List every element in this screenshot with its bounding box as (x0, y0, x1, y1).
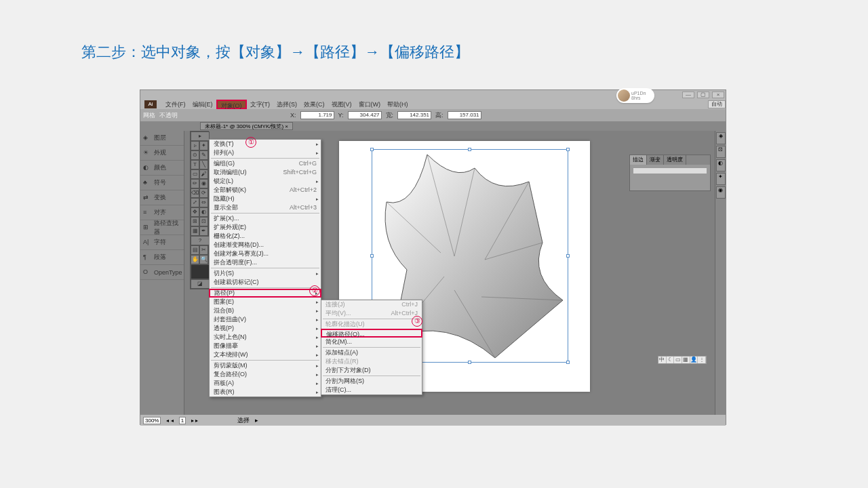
menu-item[interactable]: 创建渐变网格(D)... (210, 241, 321, 249)
menu-edit[interactable]: 编辑(E) (189, 100, 216, 109)
fill-stroke[interactable]: ■ (191, 264, 210, 279)
mt-3[interactable]: ▭ (674, 357, 682, 363)
menu-object[interactable]: 对象(O) (216, 100, 247, 109)
color-modes[interactable]: ◪ (191, 279, 210, 289)
tool-slice[interactable]: ✂ (199, 245, 208, 255)
panel-layers[interactable]: ◈图层 (140, 131, 184, 146)
menu-item[interactable]: 显示全部Alt+Ctrl+3 (210, 203, 321, 212)
panel-appearance[interactable]: ☀外观 (140, 146, 184, 161)
rail-btn-1[interactable]: ◈ (716, 132, 726, 144)
mt-2[interactable]: ☾ (667, 357, 675, 363)
rail-btn-5[interactable]: ◉ (716, 186, 726, 199)
submenu-item[interactable]: 连接(J)Ctrl+J (321, 300, 422, 309)
panel-transform[interactable]: ⇄变换 (140, 190, 184, 205)
submenu-item[interactable]: 平均(V)...Alt+Ctrl+J (321, 309, 422, 318)
menu-item[interactable]: 栅格化(Z)... (210, 232, 321, 241)
menu-select[interactable]: 选择(S) (273, 100, 300, 109)
page-num[interactable]: 1 (179, 417, 186, 424)
menu-item[interactable]: 剪切蒙版(M) (210, 361, 321, 370)
submenu-item[interactable]: 添加锚点(A) (321, 348, 422, 357)
menu-item[interactable]: 透视(P) (210, 324, 321, 333)
menu-item[interactable]: 图案(E) (210, 298, 321, 306)
menu-item[interactable]: 创建裁切标记(C) (210, 278, 321, 287)
menu-item[interactable]: 扩展(X)... (210, 214, 321, 223)
menu-item[interactable]: 图像描摹 (210, 342, 321, 350)
menu-item[interactable]: 锁定(L) (210, 177, 321, 186)
menu-item[interactable]: 切片(S) (210, 269, 321, 278)
mt-6[interactable]: ⋮ (698, 357, 706, 363)
submenu-item[interactable]: 偏移路径(O)... (321, 329, 422, 338)
tool-misc[interactable]: ? (191, 236, 210, 245)
tool-eyedrop[interactable]: ✒ (199, 226, 208, 236)
submenu-item[interactable]: 分割为网格(S) (321, 377, 422, 386)
menu-view[interactable]: 视图(V) (328, 100, 355, 109)
menu-item[interactable]: 扩展外观(E) (210, 223, 321, 232)
tool-brush[interactable]: 🖌 (199, 169, 208, 179)
tool-rotate[interactable]: ⟳ (199, 188, 208, 198)
tool-wand[interactable]: ✦ (199, 141, 208, 150)
minimize-button[interactable]: — (682, 92, 694, 98)
panel-opentype[interactable]: OOpenType (140, 265, 184, 280)
tool-zoom[interactable]: 🔍 (199, 255, 208, 264)
tool-mesh[interactable]: ⊡ (199, 217, 208, 226)
tool-persp[interactable]: ⊞ (191, 217, 199, 226)
panel-color[interactable]: ◐颜色 (140, 161, 184, 176)
rail-btn-4[interactable]: ✦ (716, 173, 726, 185)
menu-type[interactable]: 文字(T) (247, 100, 274, 109)
panel-pathfinder[interactable]: ⊞路径查找器 (140, 220, 184, 235)
workspace-auto[interactable]: 自动 (708, 100, 726, 108)
tool-eraser[interactable]: ⌫ (191, 188, 199, 198)
menu-item[interactable]: 取消编组(U)Shift+Ctrl+G (210, 168, 321, 177)
menu-item[interactable]: 画板(A) (210, 379, 321, 388)
tab-gradient[interactable]: 渐变 (647, 155, 664, 165)
menu-item[interactable]: 实时上色(N) (210, 333, 321, 342)
submenu-item[interactable]: 简化(M)... (321, 338, 422, 346)
submenu-item[interactable]: 移去锚点(R) (321, 357, 422, 366)
tool-blob[interactable]: ◉ (199, 179, 208, 188)
tool-free[interactable]: ✥ (191, 207, 199, 217)
menu-effect[interactable]: 效果(C) (300, 100, 328, 109)
menu-item[interactable]: 文本绕排(W) (210, 350, 321, 359)
menu-item[interactable]: 编组(G)Ctrl+G (210, 159, 321, 168)
mt-1[interactable]: 中 (658, 357, 667, 363)
tool-direct[interactable]: ▹ (191, 141, 199, 150)
menu-item[interactable]: 混合(B) (210, 306, 321, 315)
tool-width[interactable]: ⇔ (199, 198, 208, 207)
stroke-row[interactable] (633, 167, 707, 174)
panel-paragraph[interactable]: ¶段落 (140, 250, 184, 265)
user-pill[interactable]: uP1Dn 8hrs (616, 88, 654, 103)
submenu-item[interactable]: 清理(C)... (321, 386, 422, 394)
tab-transparency[interactable]: 透明度 (664, 155, 686, 165)
panel-symbols[interactable]: ♣符号 (140, 176, 184, 190)
tool-scale[interactable]: ⤢ (191, 198, 199, 207)
tool-artboard[interactable]: ▤ (191, 245, 199, 255)
stroke-panel[interactable]: 描边 渐变 透明度 (629, 155, 711, 191)
tool-shape[interactable]: ◐ (199, 207, 208, 217)
menu-window[interactable]: 窗口(W) (355, 100, 384, 109)
tab-stroke[interactable]: 描边 (630, 155, 647, 165)
menu-help[interactable]: 帮助(H) (384, 100, 412, 109)
tool-type[interactable]: T (191, 160, 199, 169)
submenu-item[interactable]: 分割下方对象(D) (321, 366, 422, 375)
menu-item[interactable]: 全部解锁(K)Alt+Ctrl+2 (210, 186, 321, 195)
w-input[interactable]: 142.351 (397, 111, 431, 119)
rail-btn-2[interactable]: ⊡ (716, 146, 726, 158)
menu-item[interactable]: 复合路径(O) (210, 370, 321, 379)
h-input[interactable]: 157.031 (448, 111, 481, 119)
tool-lasso[interactable]: ⊙ (191, 150, 199, 160)
zoom-level[interactable]: 300% (143, 417, 161, 424)
tool-hand[interactable]: ✋ (191, 255, 199, 264)
mt-4[interactable]: ▦ (682, 357, 690, 363)
panel-character[interactable]: A|字符 (140, 235, 184, 250)
menu-file[interactable]: 文件(F) (162, 100, 189, 109)
close-button[interactable]: × (712, 92, 724, 98)
menu-item[interactable]: 创建对象马赛克(J)... (210, 249, 321, 258)
menu-item[interactable]: 封套扭曲(V) (210, 315, 321, 324)
menu-item[interactable]: 变换(T) (210, 140, 321, 148)
maximize-button[interactable]: ▢ (697, 92, 709, 98)
menu-item[interactable]: 拼合透明度(F)... (210, 258, 321, 267)
x-input[interactable]: 1.719 (300, 111, 334, 119)
submenu-item[interactable]: 轮廓化描边(U) (321, 320, 422, 329)
y-input[interactable]: 304.427 (348, 111, 382, 119)
menu-item[interactable]: 路径(P) (209, 289, 321, 298)
